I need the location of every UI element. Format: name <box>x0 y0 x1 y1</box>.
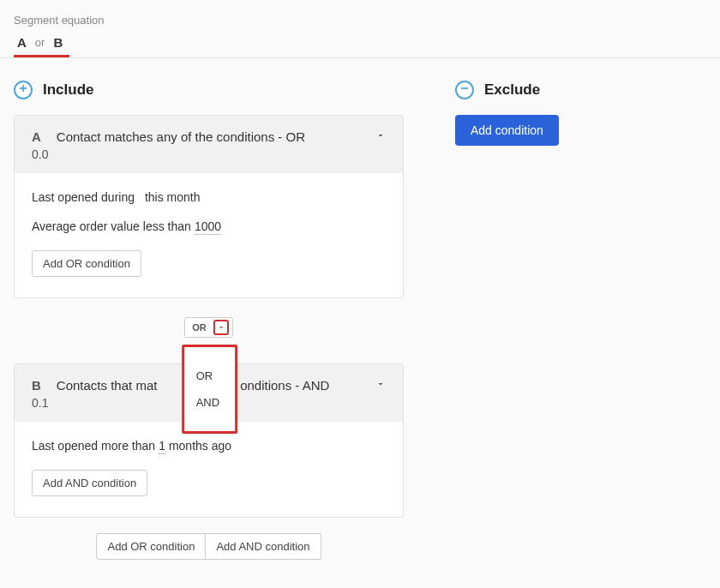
condition-field: Last opened <box>32 439 98 453</box>
group-a-header[interactable]: A Contact matches any of the conditions … <box>15 116 403 173</box>
group-b-title-left: Contacts that mat <box>57 378 158 393</box>
condition-suffix: months ago <box>169 439 231 453</box>
dropdown-item-and[interactable]: AND <box>184 389 235 416</box>
add-or-condition-button[interactable]: Add OR condition <box>32 250 141 277</box>
condition-group-a: A Contact matches any of the conditions … <box>14 115 404 298</box>
condition-row[interactable]: Last opened during this month <box>32 190 386 204</box>
bottom-add-and-button[interactable]: Add AND condition <box>206 533 321 560</box>
condition-op: during <box>101 190 135 204</box>
group-a-sub: 0.0 <box>32 147 386 161</box>
group-a-title: Contact matches any of the conditions - … <box>57 129 360 144</box>
segment-equation-label: Segment equation <box>0 0 720 27</box>
chevron-down-icon <box>375 379 386 392</box>
connector-toggle[interactable] <box>213 320 229 335</box>
add-and-condition-button[interactable]: Add AND condition <box>32 470 147 496</box>
chevron-down-icon <box>375 130 386 143</box>
condition-value: 1 <box>159 439 165 454</box>
exclude-title: Exclude <box>484 81 540 99</box>
minus-icon <box>459 82 471 98</box>
condition-value: this month <box>145 190 201 204</box>
bottom-add-or-button[interactable]: Add OR condition <box>96 533 206 560</box>
chevron-down-icon <box>217 320 225 335</box>
exclude-column: Exclude Add condition <box>455 81 706 560</box>
connector-dropdown: OR AND <box>182 345 237 434</box>
group-b-letter: B <box>32 378 41 393</box>
plus-icon <box>17 82 29 98</box>
condition-row[interactable]: Average order value less than 1000 <box>32 219 386 235</box>
condition-field: Last opened <box>32 190 98 204</box>
exclude-remove-button[interactable] <box>455 81 474 99</box>
condition-row[interactable]: Last opened more than 1 months ago <box>32 439 386 454</box>
dropdown-item-or[interactable]: OR <box>184 363 235 389</box>
condition-value: 1000 <box>195 219 221 235</box>
condition-op: more than <box>101 439 155 453</box>
include-column: Include A Contact matches any of the con… <box>14 81 404 560</box>
condition-op: less than <box>143 219 191 233</box>
equation-letter-a: A <box>17 35 27 50</box>
include-title: Include <box>43 81 94 99</box>
bottom-buttons: Add OR condition Add AND condition <box>14 533 404 560</box>
equation-or: or <box>35 36 45 49</box>
exclude-add-condition-button[interactable]: Add condition <box>455 115 559 146</box>
condition-field: Average order value <box>32 219 140 233</box>
group-b-title-right: onditions - AND <box>240 378 329 393</box>
connector-label: OR <box>185 318 213 337</box>
segment-equation: A or B <box>0 27 720 53</box>
equation-letter-b: B <box>53 35 63 50</box>
group-a-letter: A <box>32 129 41 144</box>
connector-pill[interactable]: OR <box>184 317 233 338</box>
include-add-button[interactable] <box>14 81 33 99</box>
